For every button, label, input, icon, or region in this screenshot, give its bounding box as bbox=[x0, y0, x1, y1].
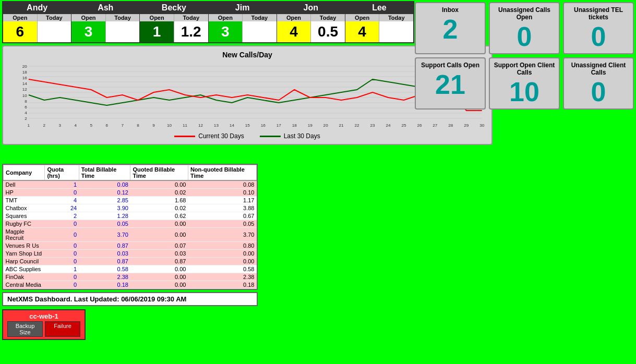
bottom-left-section: CompanyQuota (hrs)Total Billable TimeQuo… bbox=[2, 162, 258, 340]
agent-col-ash: AshOpenToday3 bbox=[71, 2, 140, 42]
table-cell-quota: 0 bbox=[45, 250, 79, 258]
status-bar: NetXMS Dashboard. Last Updated: 06/06/20… bbox=[2, 292, 258, 306]
agent-today-value bbox=[379, 21, 413, 42]
svg-text:30: 30 bbox=[479, 123, 485, 128]
table-cell-quoted: 0.87 bbox=[130, 258, 188, 265]
table-cell-company: Chatbox bbox=[4, 204, 45, 212]
panel-label: Support Calls Open bbox=[418, 62, 483, 69]
svg-text:4: 4 bbox=[25, 111, 27, 115]
table-container: CompanyQuota (hrs)Total Billable TimeQuo… bbox=[2, 164, 258, 290]
table-cell-quota: 0 bbox=[45, 258, 79, 265]
table-cell-total: 1.28 bbox=[79, 212, 130, 220]
panel-label: Inbox bbox=[418, 6, 483, 14]
panel-value: 2 bbox=[418, 16, 483, 43]
table-cell-company: Yarn Shop Ltd bbox=[4, 250, 45, 258]
svg-text:27: 27 bbox=[433, 123, 438, 128]
table-cell-quoted: 0.00 bbox=[130, 273, 188, 281]
table-cell-quoted: 0.00 bbox=[130, 228, 188, 242]
table-cell-total: 0.58 bbox=[79, 265, 130, 273]
panel-label: Unassigned Calls Open bbox=[492, 6, 557, 21]
table-row: Chatbox243.900.023.88 bbox=[4, 204, 257, 212]
table-row: Yarn Shop Ltd00.030.030.00 bbox=[4, 250, 257, 258]
table-row: Dell10.080.000.08 bbox=[4, 180, 257, 189]
table-cell-company: TMT bbox=[4, 197, 45, 204]
table-cell-company: Rugby FC bbox=[4, 220, 45, 228]
table-cell-quoted: 0.62 bbox=[130, 212, 188, 220]
table-cell-quoted: 0.02 bbox=[130, 189, 188, 197]
agent-col-becky: BeckyOpenToday11.2 bbox=[140, 2, 208, 42]
table-cell-nonquoted: 0.80 bbox=[188, 242, 256, 250]
agent-open-value: 3 bbox=[71, 21, 106, 42]
table-cell-total: 0.05 bbox=[79, 220, 130, 228]
svg-text:26: 26 bbox=[417, 123, 422, 128]
table-cell-nonquoted: 0.00 bbox=[188, 250, 256, 258]
agent-today-value bbox=[38, 21, 71, 42]
table-cell-total: 0.03 bbox=[79, 250, 130, 258]
legend-red-line bbox=[174, 136, 195, 137]
agent-today-label: Today bbox=[379, 14, 413, 21]
table-header: Company bbox=[4, 165, 45, 181]
table-row: Venues R Us00.870.070.80 bbox=[4, 242, 257, 250]
svg-text:8: 8 bbox=[137, 123, 139, 128]
table-cell-quota: 0 bbox=[45, 242, 79, 250]
table-header: Quoted Billable Time bbox=[130, 165, 188, 181]
svg-text:6: 6 bbox=[25, 105, 27, 110]
agent-today-value: 0.5 bbox=[311, 21, 345, 42]
backup-size-button[interactable]: Backup Size bbox=[7, 321, 43, 337]
table-cell-company: Harp Council bbox=[4, 258, 45, 265]
svg-text:2: 2 bbox=[43, 123, 46, 128]
svg-text:1: 1 bbox=[28, 123, 30, 128]
table-cell-company: ABC Supplies bbox=[4, 265, 45, 273]
table-cell-quota: 0 bbox=[45, 228, 79, 242]
agent-open-value: 3 bbox=[209, 21, 243, 42]
chart-legend: Current 30 Days Last 30 Days bbox=[7, 132, 487, 140]
svg-text:28: 28 bbox=[448, 123, 453, 128]
agent-open-label: Open bbox=[209, 14, 243, 21]
svg-text:3: 3 bbox=[59, 123, 62, 128]
info-panel: Inbox2 bbox=[415, 2, 486, 54]
agent-open-label: Open bbox=[3, 14, 38, 21]
svg-text:22: 22 bbox=[355, 123, 360, 128]
table-cell-quoted: 0.00 bbox=[130, 220, 188, 228]
table-row: Squares21.280.620.67 bbox=[4, 212, 257, 220]
table-header: Non-quoted Billable Time bbox=[188, 165, 256, 181]
info-panel: Support Calls Open21 bbox=[415, 57, 486, 110]
table-cell-nonquoted: 0.18 bbox=[188, 281, 256, 289]
svg-text:29: 29 bbox=[464, 123, 469, 128]
svg-text:13: 13 bbox=[214, 123, 219, 128]
table-cell-company: Dell bbox=[4, 180, 45, 189]
table-row: FinOak02.380.002.38 bbox=[4, 273, 257, 281]
table-cell-total: 0.12 bbox=[79, 189, 130, 197]
svg-text:16: 16 bbox=[22, 76, 28, 80]
agent-header: AndyOpenToday6AshOpenToday3BeckyOpenToda… bbox=[2, 1, 414, 43]
info-panel: Unassigned Client Calls0 bbox=[563, 57, 634, 110]
table-cell-quoted: 0.00 bbox=[130, 180, 188, 189]
data-table: CompanyQuota (hrs)Total Billable TimeQuo… bbox=[3, 165, 257, 289]
legend-last-label: Last 30 Days bbox=[284, 132, 320, 140]
svg-text:24: 24 bbox=[386, 123, 391, 128]
panel-value: 0 bbox=[492, 23, 557, 50]
table-cell-quoted: 0.00 bbox=[130, 281, 188, 289]
agent-today-label: Today bbox=[106, 14, 140, 21]
server-box: cc-web-1Backup SizeFailure bbox=[2, 309, 86, 340]
agent-open-value: 4 bbox=[277, 21, 311, 42]
table-cell-company: Central Media bbox=[4, 281, 45, 289]
svg-text:18: 18 bbox=[292, 123, 297, 128]
panel-value: 10 bbox=[492, 78, 557, 105]
panel-value: 21 bbox=[418, 71, 483, 98]
agent-today-label: Today bbox=[311, 14, 345, 21]
agent-open-value: 6 bbox=[3, 21, 38, 42]
svg-text:20: 20 bbox=[22, 64, 28, 69]
table-cell-quoted: 0.03 bbox=[130, 250, 188, 258]
agent-today-value bbox=[243, 21, 277, 42]
failure-button[interactable]: Failure bbox=[45, 321, 80, 337]
agent-open-label: Open bbox=[277, 14, 311, 21]
svg-text:12: 12 bbox=[22, 88, 28, 92]
table-cell-nonquoted: 0.58 bbox=[188, 265, 256, 273]
table-cell-nonquoted: 2.38 bbox=[188, 273, 256, 281]
table-row: Magple Recruit03.700.003.70 bbox=[4, 228, 257, 242]
table-cell-nonquoted: 1.17 bbox=[188, 197, 256, 204]
table-cell-company: HP bbox=[4, 189, 45, 197]
svg-text:14: 14 bbox=[22, 81, 28, 86]
panel-label: Unassigned TEL tickets bbox=[566, 6, 631, 21]
